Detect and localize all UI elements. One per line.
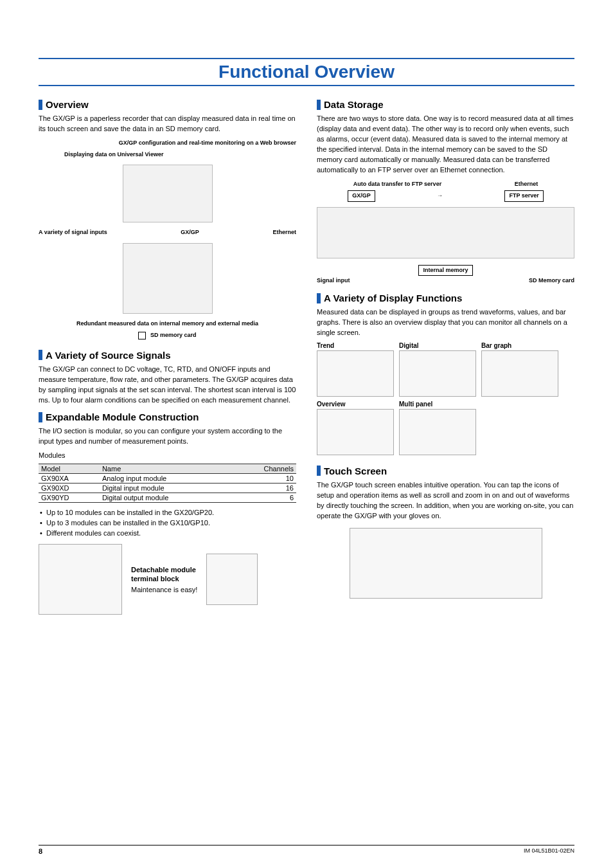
thumb-image (317, 350, 394, 397)
thumb-bar: Bar graph (481, 342, 558, 397)
heading-display: A Variety of Display Functions (317, 293, 574, 303)
thumb-image (399, 350, 476, 397)
overview-diagram-image-lower (123, 243, 213, 314)
heading-overview-text: Overview (46, 99, 89, 110)
thumb-title: Digital (399, 342, 476, 349)
heading-bar-icon (39, 350, 42, 360)
overview-text: The GX/GP is a paperless recorder that c… (39, 114, 296, 134)
arrow-icon: → (437, 192, 443, 200)
heading-display-text: A Variety of Display Functions (324, 293, 462, 303)
cell-channels: 6 (231, 493, 296, 503)
modules-bullets: Up to 10 modules can be installed in the… (39, 508, 296, 539)
cell-model: GX90YD (39, 493, 100, 503)
cell-model: GX90XD (39, 484, 100, 493)
storage-text: There are two ways to store data. One wa… (317, 114, 574, 176)
thumb-image (481, 350, 558, 397)
thumb-overview: Overview (317, 401, 394, 455)
touch-text: The GX/GP touch screen enables intuitive… (317, 480, 574, 521)
storage-diagram-image (317, 207, 574, 258)
th-model: Model (39, 464, 100, 474)
box-ftp: FTP server (504, 190, 543, 202)
table-row: GX90XA Analog input module 10 (39, 474, 296, 484)
heading-signals-text: A Variety of Source Signals (46, 350, 171, 361)
table-header-row: Model Name Channels (39, 464, 296, 474)
callout-config: GX/GP configuration and real-time monito… (39, 140, 296, 147)
thumb-multi: Multi panel (399, 401, 476, 455)
box-gxgp: GX/GP (348, 190, 375, 202)
label-signal: Signal input (317, 277, 350, 285)
heading-storage: Data Storage (317, 99, 574, 110)
heading-touch-text: Touch Screen (324, 466, 387, 476)
page-footer: 8 IM 04L51B01-02EN (39, 845, 574, 855)
cell-name: Analog input module (100, 474, 232, 484)
callout-redundant: Redundant measured data on internal memo… (39, 320, 296, 328)
thumb-title: Multi panel (399, 401, 476, 408)
heading-signals: A Variety of Source Signals (39, 350, 296, 361)
module-figure: Detachable module terminal block Mainten… (39, 544, 296, 615)
label-auto-transfer: Auto data transfer to FTP server (353, 181, 441, 188)
modules-table: Model Name Channels GX90XA Analog input … (39, 464, 296, 503)
label-ethernet: Ethernet (272, 229, 296, 237)
table-row: GX90XD Digital input module 16 (39, 484, 296, 493)
th-name: Name (100, 464, 232, 474)
overview-diagram-image (123, 165, 213, 222)
touch-image (350, 528, 542, 599)
th-channels: Channels (231, 464, 296, 474)
display-thumbnails-row1: Trend Digital Bar graph (317, 342, 574, 397)
cell-channels: 16 (231, 484, 296, 493)
signals-text: The GX/GP can connect to DC voltage, TC,… (39, 365, 296, 406)
heading-bar-icon (317, 293, 321, 303)
storage-diagram: Auto data transfer to FTP server Etherne… (317, 181, 574, 285)
doc-id: IM 04L51B01-02EN (524, 847, 574, 855)
cell-name: Digital input module (100, 484, 232, 493)
heading-modules: Expandable Module Construction (39, 411, 296, 422)
heading-touch: Touch Screen (317, 466, 574, 476)
heading-bar-icon (39, 412, 42, 422)
cell-channels: 10 (231, 474, 296, 484)
right-column: Data Storage There are two ways to store… (317, 93, 574, 615)
label-gxgp: GX/GP (181, 229, 199, 237)
label-ethernet: Ethernet (515, 181, 538, 188)
module-image-small (206, 554, 258, 605)
label-sd: SD Memory card (529, 277, 574, 285)
thumb-title: Overview (317, 401, 394, 408)
sd-card-icon (138, 332, 146, 339)
cell-name: Digital output module (100, 493, 232, 503)
heading-bar-icon (317, 466, 321, 476)
left-column: Overview The GX/GP is a paperless record… (39, 93, 296, 615)
overview-diagram: GX/GP configuration and real-time monito… (39, 140, 296, 339)
bullet-item: Different modules can coexist. (39, 529, 296, 539)
modules-text: The I/O section is modular, so you can c… (39, 426, 296, 447)
modules-table-caption: Modules (39, 451, 296, 461)
table-row: GX90YD Digital output module 6 (39, 493, 296, 503)
heading-bar-icon (39, 100, 42, 110)
display-text: Measured data can be displayed in groups… (317, 307, 574, 338)
cell-model: GX90XA (39, 474, 100, 484)
bullet-item: Up to 10 modules can be installed in the… (39, 508, 296, 518)
thumb-image (317, 409, 394, 455)
page-title: Functional Overview (39, 58, 574, 86)
heading-storage-text: Data Storage (324, 99, 384, 110)
thumb-title: Bar graph (481, 342, 558, 349)
label-sd: SD memory card (150, 332, 197, 338)
heading-modules-text: Expandable Module Construction (46, 411, 199, 422)
bullet-item: Up to 3 modules can be installed in the … (39, 518, 296, 529)
thumb-image (399, 409, 476, 455)
display-thumbnails-row2: Overview Multi panel (317, 401, 574, 455)
module-image (39, 544, 122, 615)
callout-signals: A variety of signal inputs (39, 229, 107, 237)
heading-overview: Overview (39, 99, 296, 110)
box-internal: Internal memory (418, 265, 472, 276)
heading-bar-icon (317, 100, 321, 110)
thumb-digital: Digital (399, 342, 476, 397)
module-fig-bold2: terminal block (131, 574, 197, 583)
callout-viewer: Displaying data on Universal Viewer (39, 151, 296, 159)
module-fig-plain: Maintenance is easy! (131, 586, 197, 593)
thumb-trend: Trend (317, 342, 394, 397)
module-fig-bold1: Detachable module (131, 565, 197, 574)
thumb-title: Trend (317, 342, 394, 349)
page-number: 8 (39, 847, 42, 855)
touch-figure (317, 528, 574, 600)
